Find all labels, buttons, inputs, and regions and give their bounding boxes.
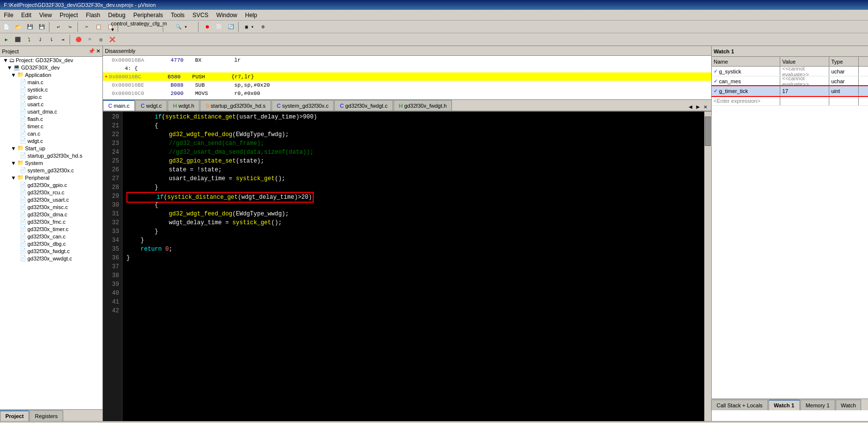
- tree-file-main[interactable]: 📄 main.c: [0, 78, 102, 86]
- reset-btn[interactable]: 🔄: [225, 22, 236, 32]
- tab-wdgt-c[interactable]: C wdgt.c: [135, 100, 167, 111]
- tab-fwdgt-h[interactable]: H gd32f30x_fwdgt.h: [394, 100, 452, 111]
- menu-view[interactable]: View: [35, 11, 56, 20]
- tab-main-c[interactable]: C main.c: [103, 100, 135, 111]
- save-btn[interactable]: 💾: [25, 22, 35, 32]
- stop-btn[interactable]: ⬜: [214, 22, 224, 32]
- menu-peripherals[interactable]: Peripherals: [129, 11, 167, 20]
- tree-file-p4[interactable]: 📄 gd32f30x_misc.c: [0, 203, 102, 211]
- tree-group-peripheral[interactable]: ▼ 📁 Peripheral: [0, 174, 102, 181]
- find-btn[interactable]: 🔍 ▾: [167, 22, 196, 32]
- bp-kill-btn[interactable]: ❌: [107, 35, 118, 45]
- options-btn[interactable]: ⚙: [258, 22, 269, 32]
- tree-file-p5[interactable]: 📄 gd32f30x_dma.c: [0, 211, 102, 218]
- tree-file-wdgt[interactable]: 📄 wdgt.c: [0, 137, 102, 144]
- step-over-btn[interactable]: ⤸: [35, 35, 46, 45]
- menu-project[interactable]: Project: [56, 11, 82, 20]
- tree-file-p10[interactable]: 📄 gd32f30x_fwdgt.c: [0, 247, 102, 255]
- tree-group-application[interactable]: ▼ 📁 Application: [0, 71, 102, 78]
- status-bar: F:\\KeilProject\GD32F303_dev\GD32F30x_de…: [0, 421, 868, 423]
- debug-btn[interactable]: ⏺: [202, 22, 213, 32]
- tab-registers[interactable]: Registers: [29, 410, 63, 421]
- tab-callstack[interactable]: Call Stack + Locals: [711, 400, 768, 410]
- tab-wdgt-h-icon: H: [173, 103, 177, 109]
- code-scrollbar-thumb[interactable]: [705, 117, 711, 146]
- tree-file-p6[interactable]: 📄 gd32f30x_fmc.c: [0, 218, 102, 225]
- tree-file-systick[interactable]: 📄 systick.c: [0, 86, 102, 93]
- tree-file-p1[interactable]: 📄 gd32f30x_gpio.c: [0, 181, 102, 188]
- tab-watch[interactable]: Watch: [836, 400, 862, 410]
- build-btn[interactable]: control_strategy_cfg_m.c ▾: [122, 22, 161, 32]
- tab-scroll-right[interactable]: ▶: [694, 103, 702, 111]
- open-btn[interactable]: 📂: [13, 22, 24, 32]
- tree-file-timer[interactable]: 📄 timer.c: [0, 122, 102, 130]
- watch-row-4[interactable]: <Enter expression>: [712, 96, 868, 106]
- expand-root-icon: ▼: [3, 57, 8, 63]
- save-all-btn[interactable]: 💾: [36, 22, 47, 32]
- menu-file[interactable]: File: [0, 11, 17, 20]
- tab-scroll-left[interactable]: ◀: [687, 103, 694, 111]
- tab-system-c[interactable]: C system_gd32f30x.c: [272, 100, 334, 111]
- redo-btn[interactable]: ↪: [65, 22, 75, 32]
- project-close-btn[interactable]: ✕: [96, 48, 100, 54]
- tree-file-startup[interactable]: 📄 startup_gd32f30x_hd.s: [0, 152, 102, 159]
- ln-31: 31: [103, 210, 119, 218]
- run-to-cursor-btn[interactable]: ⇥: [57, 35, 68, 45]
- menu-help[interactable]: Help: [241, 11, 261, 20]
- menu-flash[interactable]: Flash: [82, 11, 104, 20]
- tree-file-flash[interactable]: 📄 flash.c: [0, 115, 102, 122]
- tree-group-system[interactable]: ▼ 📁 System: [0, 159, 102, 166]
- project-pin-btn[interactable]: 📌: [88, 48, 95, 54]
- stop2-btn[interactable]: ⬛: [12, 35, 23, 45]
- file-icon-sys: 📄: [20, 167, 26, 173]
- watch-name-2: ✓ can_mes: [712, 76, 780, 86]
- step-btn[interactable]: ⤵: [24, 35, 34, 45]
- ln-27: 27: [103, 174, 119, 183]
- ln-42: 42: [103, 306, 119, 315]
- code-scrollbar[interactable]: [704, 112, 711, 421]
- tree-file-gpio[interactable]: 📄 gpio.c: [0, 93, 102, 100]
- tree-file-p9[interactable]: 📄 gd32f30x_dbg.c: [0, 240, 102, 247]
- tree-file-p3[interactable]: 📄 gd32f30x_usart.c: [0, 196, 102, 203]
- sep5: [198, 22, 200, 32]
- undo-btn[interactable]: ↩: [53, 22, 64, 32]
- watch-row-2[interactable]: ✓ can_mes <<cannot evaluate>> uchar: [712, 76, 868, 86]
- tab-wdgt-h[interactable]: H wdgt.h: [168, 100, 199, 111]
- watch-col-type: Type: [829, 57, 859, 66]
- tab-close-all[interactable]: ✕: [702, 103, 709, 111]
- step-out-btn[interactable]: ⤹: [46, 35, 57, 45]
- menu-svcs[interactable]: SVCS: [189, 11, 213, 20]
- tree-file-p11[interactable]: 📄 gd32f30x_wwdgt.c: [0, 255, 102, 262]
- tree-group-startup[interactable]: ▼ 📁 Start_up: [0, 144, 102, 152]
- tab-memory1[interactable]: Memory 1: [800, 400, 835, 410]
- tree-file-p8[interactable]: 📄 gd32f30x_can.c: [0, 233, 102, 240]
- bp-btn[interactable]: 🔴: [73, 35, 84, 45]
- new-btn[interactable]: 📄: [1, 22, 12, 32]
- tree-file-p2[interactable]: 📄 gd32f30x_rcu.c: [0, 188, 102, 196]
- target-btn[interactable]: ▣ ▾: [242, 22, 257, 32]
- menu-debug[interactable]: Debug: [104, 11, 129, 20]
- bp-clear-btn[interactable]: ○: [84, 35, 95, 45]
- tree-file-usart-dma[interactable]: 📄 usart_dma.c: [0, 108, 102, 115]
- tab-fwdgt-c[interactable]: C gd32f30x_fwdgt.c: [334, 100, 393, 111]
- menu-window[interactable]: Window: [212, 11, 241, 20]
- tab-watch1[interactable]: Watch 1: [769, 400, 800, 410]
- tab-main-c-label: main.c: [114, 103, 129, 109]
- bp-disable-btn[interactable]: ◎: [96, 35, 106, 45]
- cut-btn[interactable]: ✂: [81, 22, 92, 32]
- menu-tools[interactable]: Tools: [167, 11, 189, 20]
- tree-file-usart[interactable]: 📄 usart.c: [0, 100, 102, 108]
- tab-startup-label: startup_gd32f30x_hd.s: [211, 103, 266, 109]
- tree-file-can[interactable]: 📄 can.c: [0, 130, 102, 137]
- tree-file-p7[interactable]: 📄 gd32f30x_timer.c: [0, 225, 102, 233]
- tab-project[interactable]: Project: [0, 410, 29, 421]
- menu-edit[interactable]: Edit: [17, 11, 35, 20]
- tab-startup[interactable]: S startup_gd32f30x_hd.s: [200, 100, 271, 111]
- copy-btn[interactable]: 📋: [93, 22, 104, 32]
- run-btn[interactable]: ▶: [1, 35, 12, 45]
- watch-row-3[interactable]: ✓ g_timer_tick 17 uint: [712, 86, 868, 96]
- tree-file-system[interactable]: 📄 system_gd32f30x.c: [0, 166, 102, 174]
- code-content[interactable]: if(systick_distance_get(usart_delay_time…: [123, 112, 711, 421]
- tree-device[interactable]: ▼ 💻 GD32F30X_dev: [0, 64, 102, 71]
- tree-root[interactable]: ▼ 🗂 Project: GD32F30x_dev: [0, 57, 102, 64]
